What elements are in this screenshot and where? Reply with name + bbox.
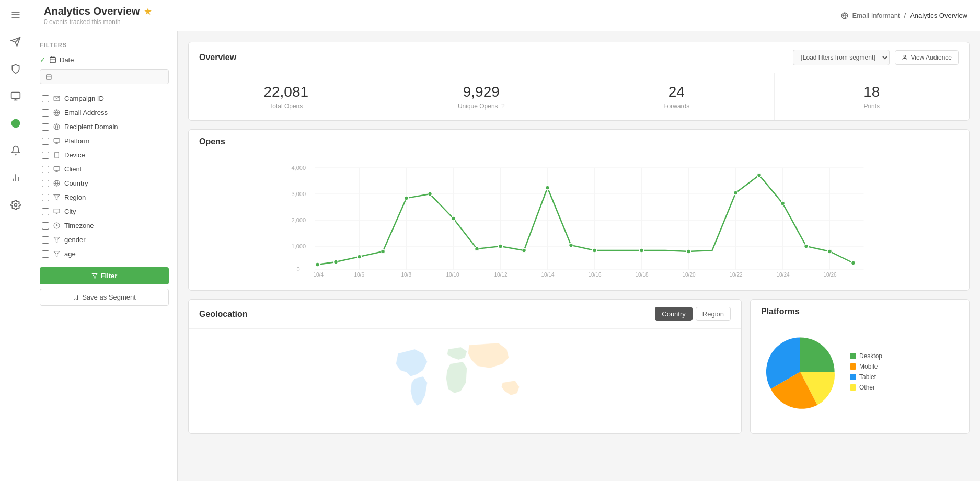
- svg-text:10/10: 10/10: [446, 272, 459, 278]
- filter-label-age: age: [64, 250, 76, 258]
- svg-rect-31: [55, 152, 59, 158]
- subtitle: 0 events tracked this month: [44, 18, 152, 26]
- filter-item-email-address[interactable]: Email Address: [40, 106, 169, 120]
- device-icon-client: [53, 166, 60, 173]
- calendar-small-icon: [45, 73, 52, 81]
- send-icon[interactable]: [7, 33, 24, 50]
- stat-label-forwards: Forwards: [590, 102, 764, 110]
- filter-checkbox-timezone[interactable]: [42, 222, 49, 230]
- filter-checkbox-region[interactable]: [42, 194, 49, 201]
- segment-select[interactable]: [Load filters from segment]: [793, 50, 890, 65]
- main-content: Overview [Load filters from segment] Vie…: [178, 31, 980, 481]
- chart-dot: [522, 248, 526, 253]
- geolocation-title: Geolocation: [199, 310, 247, 319]
- chart-dot: [757, 173, 762, 177]
- filter-checkbox-email-address[interactable]: [42, 109, 49, 117]
- filter-label-client: Client: [64, 165, 82, 173]
- bar-chart-icon[interactable]: [7, 169, 24, 186]
- globe-icon-domain: [53, 123, 60, 130]
- svg-text:2,000: 2,000: [292, 217, 306, 223]
- user-icon: [902, 54, 908, 61]
- stat-value-unique-opens: 9,929: [395, 84, 569, 100]
- filter-checkbox-client[interactable]: [42, 166, 49, 173]
- breadcrumb-current: Analytics Overview: [910, 12, 967, 19]
- stat-prints: 18 Prints: [775, 73, 970, 120]
- filter-item-timezone[interactable]: Timezone: [40, 219, 169, 233]
- chart-dot: [428, 192, 432, 196]
- menu-icon[interactable]: [7, 6, 24, 23]
- filter-btn-label: Filter: [101, 272, 118, 280]
- svg-rect-19: [47, 74, 52, 79]
- filter-checkbox-country[interactable]: [42, 180, 49, 187]
- clock-icon-timezone: [53, 222, 60, 229]
- filter-item-country[interactable]: Country: [40, 176, 169, 190]
- overview-title: Overview: [199, 53, 236, 62]
- filter-checkbox-gender[interactable]: [42, 236, 49, 244]
- filter-item-campaign-id[interactable]: Campaign ID: [40, 91, 169, 106]
- filters-label: FILTERS: [40, 42, 169, 48]
- chart-dot: [687, 249, 691, 254]
- date-label: Date: [60, 56, 74, 64]
- tab-country[interactable]: Country: [655, 307, 693, 321]
- pie-legend: Desktop Mobile Tablet: [850, 352, 882, 391]
- filter-btn-icon: [91, 273, 98, 279]
- filter-label-country: Country: [64, 179, 88, 187]
- filter-checkbox-platform[interactable]: [42, 138, 49, 145]
- date-check-icon: ✓: [40, 55, 46, 64]
- filter-label-recipient-domain: Recipient Domain: [64, 123, 118, 131]
- breadcrumb-parent[interactable]: Email Informant: [852, 12, 900, 19]
- overview-actions: [Load filters from segment] View Audienc…: [793, 50, 959, 65]
- svg-text:10/16: 10/16: [589, 272, 602, 278]
- svg-marker-44: [54, 251, 60, 257]
- svg-rect-15: [50, 57, 56, 63]
- opens-chart-svg: 4,000 3,000 2,000 1,000 0: [199, 163, 959, 278]
- filter-item-platform[interactable]: Platform: [40, 134, 169, 148]
- sidebar: FILTERS ✓ Date 10/4 - 11/3: [31, 31, 178, 481]
- save-segment-button[interactable]: Save as Segment: [40, 289, 169, 306]
- shield-icon[interactable]: [7, 61, 24, 77]
- tab-region[interactable]: Region: [696, 307, 731, 321]
- star-icon[interactable]: ★: [144, 6, 152, 17]
- filter-label-platform: Platform: [64, 137, 89, 145]
- device-icon-platform: [53, 138, 60, 144]
- svg-rect-5: [11, 93, 20, 99]
- chart-dot: [358, 255, 362, 259]
- view-audience-button[interactable]: View Audience: [895, 50, 959, 65]
- svg-text:1,000: 1,000: [292, 243, 306, 249]
- globe-icon-country: [53, 180, 60, 187]
- svg-text:3,000: 3,000: [292, 191, 306, 197]
- filter-label-timezone: Timezone: [64, 222, 94, 230]
- bell-icon[interactable]: [7, 142, 24, 159]
- breadcrumb: Email Informant / Analytics Overview: [841, 12, 967, 19]
- stat-total-opens: 22,081 Total Opens: [189, 73, 384, 120]
- filter-items-list: Campaign ID Email Address Recipient Doma…: [40, 91, 169, 261]
- filter-item-client[interactable]: Client: [40, 162, 169, 176]
- filter-item-city[interactable]: City: [40, 204, 169, 219]
- monitor-icon[interactable]: [7, 88, 24, 105]
- filter-item-age[interactable]: age: [40, 247, 169, 261]
- filter-checkbox-age[interactable]: [42, 250, 49, 258]
- date-range-input[interactable]: 10/4 - 11/3: [56, 73, 163, 81]
- chart-area: 4,000 3,000 2,000 1,000 0: [189, 154, 969, 290]
- filter-item-device[interactable]: Device: [40, 148, 169, 162]
- gear-icon[interactable]: [7, 197, 24, 213]
- legend-dot-tablet: [850, 374, 856, 380]
- date-input-row[interactable]: 10/4 - 11/3: [40, 69, 169, 84]
- filter-checkbox-city[interactable]: [42, 208, 49, 215]
- svg-rect-39: [54, 209, 60, 213]
- filter-checkbox-device[interactable]: [42, 152, 49, 159]
- svg-text:10/4: 10/4: [314, 272, 324, 278]
- filter-icon-age: [53, 250, 60, 257]
- chart-dot: [405, 196, 409, 200]
- filter-label-region: Region: [64, 193, 86, 201]
- stat-label-prints: Prints: [785, 102, 959, 110]
- filter-checkbox-recipient-domain[interactable]: [42, 123, 49, 131]
- chart-dot: [334, 260, 338, 264]
- filter-item-region[interactable]: Region: [40, 190, 169, 204]
- filter-button[interactable]: Filter: [40, 267, 169, 284]
- stats-row: 22,081 Total Opens 9,929 Unique Opens ? …: [189, 73, 969, 120]
- analytics-icon[interactable]: [7, 115, 24, 132]
- filter-checkbox-campaign-id[interactable]: [42, 95, 49, 102]
- filter-item-gender[interactable]: gender: [40, 233, 169, 247]
- filter-item-recipient-domain[interactable]: Recipient Domain: [40, 120, 169, 134]
